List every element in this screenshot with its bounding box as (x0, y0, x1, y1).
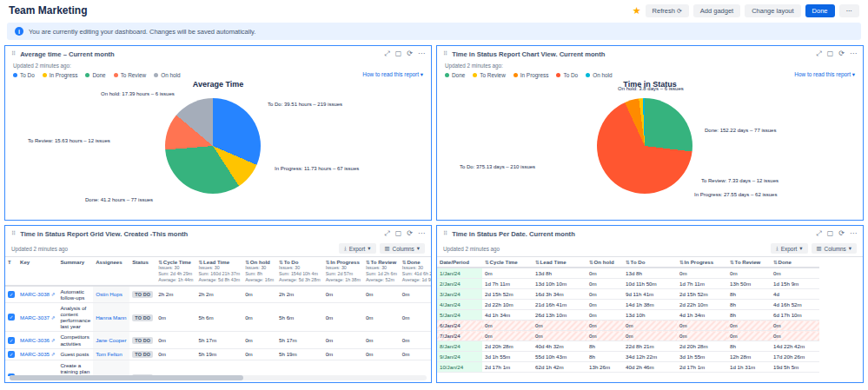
column-header[interactable]: ⇅Done (771, 257, 819, 268)
assignee-link[interactable]: Tom Felton (96, 351, 123, 357)
table-row[interactable]: 7/Jan/24 0m0m0m0m0m0m0m (437, 331, 819, 341)
refresh-gadget-icon[interactable]: ⟳ (407, 230, 413, 237)
legend-item[interactable]: Done (445, 72, 465, 78)
table-row[interactable]: 1/Jan/24 0m13d 8h0m13d 8h0m0m0m (437, 268, 819, 279)
issue-chart-icon[interactable]: ⇗ (51, 292, 56, 297)
drag-handle-icon[interactable]: ⠿ (11, 230, 16, 237)
legend-item[interactable]: To Do (13, 72, 35, 78)
column-header[interactable]: T (5, 257, 17, 286)
table-row[interactable]: 8/Jan/24 2d 20h 28m40d 4h 32m8h22d 8h 21… (437, 341, 819, 352)
fullscreen-icon[interactable]: ▢ (827, 230, 834, 237)
issue-chart-icon[interactable]: ⇗ (51, 352, 56, 357)
table-row[interactable]: ✓ MARC-3034 ⇗ Create a training plan 202… (5, 360, 431, 376)
export-button[interactable]: ⤓Export ▾ (771, 243, 808, 254)
column-header[interactable]: ⇅Lead Time (533, 257, 586, 268)
how-to-read-link[interactable]: How to read this report ▾ (794, 71, 855, 78)
favorite-star-icon[interactable]: ★ (633, 5, 641, 17)
table-row[interactable]: 5/Jan/24 4d 1h 34m26d 13h 10m0m13d 10h4d… (437, 310, 819, 321)
expand-icon[interactable]: ⤢ (816, 230, 821, 237)
time-in-status-pie[interactable] (597, 98, 692, 194)
more-button[interactable]: ⋯ (839, 4, 860, 17)
average-time-pie[interactable] (165, 98, 261, 194)
sort-icon[interactable]: ⇅ (679, 260, 684, 265)
issue-chart-icon[interactable]: ⇗ (51, 338, 56, 343)
fullscreen-icon[interactable]: ▢ (827, 50, 834, 57)
issue-key-link[interactable]: MARC-3036 (20, 337, 50, 343)
gadget-more-icon[interactable]: ⋯ (850, 230, 857, 237)
drag-handle-icon[interactable]: ⠿ (443, 50, 447, 57)
column-header[interactable]: ⇅To Do (623, 257, 677, 268)
sort-icon[interactable]: ⇅ (773, 260, 778, 265)
column-header[interactable]: ⇅DoneIssues: 30Sum: 41d 6h 2mAverage: 1d… (400, 257, 431, 286)
issue-key-link[interactable]: MARC-3037 (20, 314, 50, 321)
table-row[interactable]: 9/Jan/24 3d 1h 55m55d 10h 43m8h34d 12h 2… (437, 352, 819, 362)
issue-key-link[interactable]: MARC-3038 (20, 291, 50, 297)
done-button[interactable]: Done (805, 4, 835, 17)
legend-item[interactable]: To Review (473, 72, 505, 78)
column-header[interactable]: Assignees (93, 257, 129, 286)
table-row[interactable]: 6/Jan/24 0m0m0m0m0m0m0m (437, 321, 819, 331)
table-row[interactable]: 3/Jan/24 2d 15h 52m16d 3h 34m0m9d 11h 41… (437, 289, 819, 300)
legend-item[interactable]: On hold (154, 72, 180, 78)
gadget-more-icon[interactable]: ⋯ (850, 50, 857, 57)
issue-chart-icon[interactable]: ⇗ (51, 315, 56, 321)
fullscreen-icon[interactable]: ▢ (395, 230, 402, 237)
drag-handle-icon[interactable]: ⠿ (11, 50, 16, 57)
legend-item[interactable]: On hold (586, 72, 612, 78)
sort-icon[interactable]: ⇅ (626, 260, 630, 265)
scrollbar-thumb[interactable] (10, 375, 243, 380)
column-header[interactable]: ⇅Cycle TimeIssues: 30Sum: 2d 4h 29mAvera… (156, 257, 195, 286)
column-header[interactable]: ⇅To ReviewIssues: 30Sum: 1d 2h 6mAverage… (363, 257, 400, 286)
legend-item[interactable]: To Review (114, 72, 146, 78)
refresh-gadget-icon[interactable]: ⟳ (838, 50, 845, 57)
fullscreen-icon[interactable]: ▢ (395, 50, 402, 57)
column-header[interactable]: Key (17, 257, 57, 286)
refresh-button[interactable]: Refresh ⟳ (646, 4, 689, 17)
change-layout-button[interactable]: Change layout (745, 4, 800, 17)
column-header[interactable]: ⇅On holdIssues: 30Sum: 8hAverage: 16m (242, 257, 276, 286)
assignee-link[interactable]: Jane Cooper (96, 337, 126, 343)
table-row[interactable]: 2/Jan/24 1d 7h 11m13d 10h 10m0m10d 11h 5… (437, 279, 819, 289)
how-to-read-link[interactable]: How to read this report ▾ (362, 71, 423, 78)
issue-key-link[interactable]: MARC-3035 (20, 351, 50, 357)
column-header[interactable]: ⇅In Progress (677, 257, 727, 268)
legend-item[interactable]: In Progress (43, 72, 78, 78)
column-header[interactable]: ⇅To Review (727, 257, 771, 268)
table-row[interactable]: ✓ MARC-3035 ⇗ Guest posts Tom Felton TO … (5, 348, 431, 360)
gadget-more-icon[interactable]: ⋯ (418, 50, 425, 57)
table-row[interactable]: 10/Jan/24 2d 17h 1m62d 1h 42m13h 26m40d … (437, 362, 819, 373)
assignee-link[interactable]: Hanna Mann (96, 314, 126, 321)
column-header[interactable]: ⇅Lead TimeIssues: 30Sum: 160d 21h 37mAve… (195, 257, 242, 286)
assignee-link[interactable]: Ostin Hops (96, 291, 123, 297)
export-button[interactable]: ⤓Export ▾ (339, 243, 376, 254)
table-row[interactable]: 4/Jan/24 2d 22h 10m21d 16h 41m0m14d 1h 3… (437, 300, 819, 310)
column-header[interactable]: Date/Period (437, 257, 482, 268)
expand-icon[interactable]: ⤢ (384, 230, 389, 237)
sort-icon[interactable]: ⇅ (485, 260, 489, 265)
sort-icon[interactable]: ⇅ (730, 260, 734, 265)
legend-item[interactable]: In Progress (514, 72, 549, 78)
table-row[interactable]: ✓ MARC-3038 ⇗ Automatic follow-ups Ostin… (5, 286, 431, 303)
column-header[interactable]: ⇅To DoIssues: 30Sum: 154d 10h 4mAverage:… (276, 257, 323, 286)
legend-item[interactable]: Done (85, 72, 105, 78)
drag-handle-icon[interactable]: ⠿ (443, 230, 447, 237)
sort-icon[interactable]: ⇅ (589, 260, 593, 265)
sort-icon[interactable]: ⇅ (535, 260, 540, 265)
table-row[interactable]: ✓ MARC-3036 ⇗ Competitors activities Jan… (5, 332, 431, 348)
legend-item[interactable]: To Do (556, 72, 578, 78)
column-header[interactable]: ⇅Cycle Time (482, 257, 533, 268)
horizontal-scrollbar[interactable] (10, 375, 427, 380)
expand-icon[interactable]: ⤢ (816, 50, 821, 57)
refresh-gadget-icon[interactable]: ⟳ (407, 50, 413, 57)
column-header[interactable]: Summary (57, 257, 93, 286)
column-header[interactable]: Status (129, 257, 156, 286)
column-header[interactable]: ⇅On hold (586, 257, 623, 268)
column-header[interactable]: ⇅In ProgressIssues: 30Sum: 2d 57mAverage… (323, 257, 363, 286)
add-gadget-button[interactable]: Add gadget (693, 4, 740, 17)
refresh-gadget-icon[interactable]: ⟳ (838, 230, 845, 237)
columns-button[interactable]: ▥Columns ▾ (380, 243, 425, 254)
table-row[interactable]: ✓ MARC-3037 ⇗ Analysis of content perfor… (5, 302, 431, 332)
expand-icon[interactable]: ⤢ (384, 50, 389, 57)
gadget-more-icon[interactable]: ⋯ (418, 230, 425, 237)
columns-button[interactable]: ▥Columns ▾ (812, 243, 857, 254)
